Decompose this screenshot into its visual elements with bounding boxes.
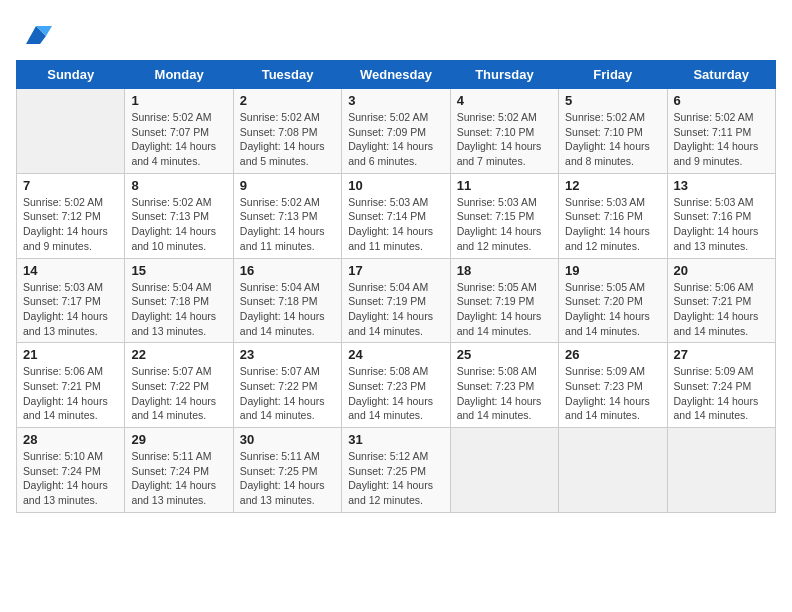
day-number: 7 <box>23 178 118 193</box>
calendar-cell: 29Sunrise: 5:11 AMSunset: 7:24 PMDayligh… <box>125 428 233 513</box>
calendar-cell: 31Sunrise: 5:12 AMSunset: 7:25 PMDayligh… <box>342 428 450 513</box>
day-number: 23 <box>240 347 335 362</box>
day-detail: Sunrise: 5:03 AMSunset: 7:16 PMDaylight:… <box>565 195 660 254</box>
day-detail: Sunrise: 5:05 AMSunset: 7:20 PMDaylight:… <box>565 280 660 339</box>
calendar-cell: 10Sunrise: 5:03 AMSunset: 7:14 PMDayligh… <box>342 173 450 258</box>
day-detail: Sunrise: 5:02 AMSunset: 7:10 PMDaylight:… <box>457 110 552 169</box>
header <box>16 16 776 52</box>
weekday-header-monday: Monday <box>125 61 233 89</box>
day-number: 24 <box>348 347 443 362</box>
weekday-header-tuesday: Tuesday <box>233 61 341 89</box>
calendar-cell: 18Sunrise: 5:05 AMSunset: 7:19 PMDayligh… <box>450 258 558 343</box>
day-detail: Sunrise: 5:09 AMSunset: 7:23 PMDaylight:… <box>565 364 660 423</box>
day-number: 4 <box>457 93 552 108</box>
calendar-cell: 17Sunrise: 5:04 AMSunset: 7:19 PMDayligh… <box>342 258 450 343</box>
calendar-cell <box>17 89 125 174</box>
calendar-cell: 25Sunrise: 5:08 AMSunset: 7:23 PMDayligh… <box>450 343 558 428</box>
day-number: 28 <box>23 432 118 447</box>
day-detail: Sunrise: 5:07 AMSunset: 7:22 PMDaylight:… <box>131 364 226 423</box>
calendar-cell: 26Sunrise: 5:09 AMSunset: 7:23 PMDayligh… <box>559 343 667 428</box>
calendar-cell: 2Sunrise: 5:02 AMSunset: 7:08 PMDaylight… <box>233 89 341 174</box>
weekday-header-sunday: Sunday <box>17 61 125 89</box>
day-number: 30 <box>240 432 335 447</box>
calendar-cell: 7Sunrise: 5:02 AMSunset: 7:12 PMDaylight… <box>17 173 125 258</box>
day-detail: Sunrise: 5:05 AMSunset: 7:19 PMDaylight:… <box>457 280 552 339</box>
day-number: 26 <box>565 347 660 362</box>
calendar-cell: 5Sunrise: 5:02 AMSunset: 7:10 PMDaylight… <box>559 89 667 174</box>
calendar-cell: 19Sunrise: 5:05 AMSunset: 7:20 PMDayligh… <box>559 258 667 343</box>
calendar-cell: 30Sunrise: 5:11 AMSunset: 7:25 PMDayligh… <box>233 428 341 513</box>
day-detail: Sunrise: 5:11 AMSunset: 7:25 PMDaylight:… <box>240 449 335 508</box>
day-number: 29 <box>131 432 226 447</box>
day-number: 12 <box>565 178 660 193</box>
day-number: 19 <box>565 263 660 278</box>
calendar-cell: 14Sunrise: 5:03 AMSunset: 7:17 PMDayligh… <box>17 258 125 343</box>
day-number: 25 <box>457 347 552 362</box>
calendar-cell: 15Sunrise: 5:04 AMSunset: 7:18 PMDayligh… <box>125 258 233 343</box>
calendar-cell: 24Sunrise: 5:08 AMSunset: 7:23 PMDayligh… <box>342 343 450 428</box>
calendar-cell: 27Sunrise: 5:09 AMSunset: 7:24 PMDayligh… <box>667 343 775 428</box>
calendar-cell: 22Sunrise: 5:07 AMSunset: 7:22 PMDayligh… <box>125 343 233 428</box>
calendar-cell: 20Sunrise: 5:06 AMSunset: 7:21 PMDayligh… <box>667 258 775 343</box>
day-detail: Sunrise: 5:02 AMSunset: 7:13 PMDaylight:… <box>131 195 226 254</box>
weekday-header-friday: Friday <box>559 61 667 89</box>
day-detail: Sunrise: 5:12 AMSunset: 7:25 PMDaylight:… <box>348 449 443 508</box>
calendar-week-3: 14Sunrise: 5:03 AMSunset: 7:17 PMDayligh… <box>17 258 776 343</box>
day-number: 2 <box>240 93 335 108</box>
weekday-header-saturday: Saturday <box>667 61 775 89</box>
day-detail: Sunrise: 5:03 AMSunset: 7:14 PMDaylight:… <box>348 195 443 254</box>
calendar-cell: 4Sunrise: 5:02 AMSunset: 7:10 PMDaylight… <box>450 89 558 174</box>
day-detail: Sunrise: 5:06 AMSunset: 7:21 PMDaylight:… <box>674 280 769 339</box>
day-number: 21 <box>23 347 118 362</box>
calendar-cell: 1Sunrise: 5:02 AMSunset: 7:07 PMDaylight… <box>125 89 233 174</box>
calendar-week-5: 28Sunrise: 5:10 AMSunset: 7:24 PMDayligh… <box>17 428 776 513</box>
day-number: 20 <box>674 263 769 278</box>
calendar-cell: 9Sunrise: 5:02 AMSunset: 7:13 PMDaylight… <box>233 173 341 258</box>
calendar-table: SundayMondayTuesdayWednesdayThursdayFrid… <box>16 60 776 513</box>
day-detail: Sunrise: 5:03 AMSunset: 7:17 PMDaylight:… <box>23 280 118 339</box>
calendar-cell: 8Sunrise: 5:02 AMSunset: 7:13 PMDaylight… <box>125 173 233 258</box>
logo-icon <box>16 16 52 52</box>
day-detail: Sunrise: 5:03 AMSunset: 7:16 PMDaylight:… <box>674 195 769 254</box>
day-number: 1 <box>131 93 226 108</box>
day-number: 27 <box>674 347 769 362</box>
weekday-header-wednesday: Wednesday <box>342 61 450 89</box>
day-number: 9 <box>240 178 335 193</box>
calendar-cell <box>667 428 775 513</box>
calendar-header-row: SundayMondayTuesdayWednesdayThursdayFrid… <box>17 61 776 89</box>
calendar-week-4: 21Sunrise: 5:06 AMSunset: 7:21 PMDayligh… <box>17 343 776 428</box>
day-detail: Sunrise: 5:06 AMSunset: 7:21 PMDaylight:… <box>23 364 118 423</box>
calendar-cell: 21Sunrise: 5:06 AMSunset: 7:21 PMDayligh… <box>17 343 125 428</box>
day-detail: Sunrise: 5:09 AMSunset: 7:24 PMDaylight:… <box>674 364 769 423</box>
calendar-cell: 13Sunrise: 5:03 AMSunset: 7:16 PMDayligh… <box>667 173 775 258</box>
calendar-cell: 11Sunrise: 5:03 AMSunset: 7:15 PMDayligh… <box>450 173 558 258</box>
day-detail: Sunrise: 5:02 AMSunset: 7:12 PMDaylight:… <box>23 195 118 254</box>
day-detail: Sunrise: 5:10 AMSunset: 7:24 PMDaylight:… <box>23 449 118 508</box>
calendar-cell: 23Sunrise: 5:07 AMSunset: 7:22 PMDayligh… <box>233 343 341 428</box>
day-number: 18 <box>457 263 552 278</box>
day-number: 5 <box>565 93 660 108</box>
day-detail: Sunrise: 5:02 AMSunset: 7:07 PMDaylight:… <box>131 110 226 169</box>
calendar-week-1: 1Sunrise: 5:02 AMSunset: 7:07 PMDaylight… <box>17 89 776 174</box>
day-detail: Sunrise: 5:02 AMSunset: 7:08 PMDaylight:… <box>240 110 335 169</box>
day-detail: Sunrise: 5:07 AMSunset: 7:22 PMDaylight:… <box>240 364 335 423</box>
day-detail: Sunrise: 5:02 AMSunset: 7:13 PMDaylight:… <box>240 195 335 254</box>
day-number: 31 <box>348 432 443 447</box>
calendar-cell: 16Sunrise: 5:04 AMSunset: 7:18 PMDayligh… <box>233 258 341 343</box>
day-number: 17 <box>348 263 443 278</box>
calendar-cell: 6Sunrise: 5:02 AMSunset: 7:11 PMDaylight… <box>667 89 775 174</box>
day-number: 15 <box>131 263 226 278</box>
calendar-cell <box>559 428 667 513</box>
weekday-header-thursday: Thursday <box>450 61 558 89</box>
day-detail: Sunrise: 5:02 AMSunset: 7:10 PMDaylight:… <box>565 110 660 169</box>
day-detail: Sunrise: 5:04 AMSunset: 7:18 PMDaylight:… <box>240 280 335 339</box>
day-detail: Sunrise: 5:08 AMSunset: 7:23 PMDaylight:… <box>348 364 443 423</box>
day-number: 3 <box>348 93 443 108</box>
day-number: 14 <box>23 263 118 278</box>
day-detail: Sunrise: 5:04 AMSunset: 7:19 PMDaylight:… <box>348 280 443 339</box>
calendar-week-2: 7Sunrise: 5:02 AMSunset: 7:12 PMDaylight… <box>17 173 776 258</box>
day-number: 22 <box>131 347 226 362</box>
day-number: 10 <box>348 178 443 193</box>
day-number: 13 <box>674 178 769 193</box>
day-detail: Sunrise: 5:03 AMSunset: 7:15 PMDaylight:… <box>457 195 552 254</box>
